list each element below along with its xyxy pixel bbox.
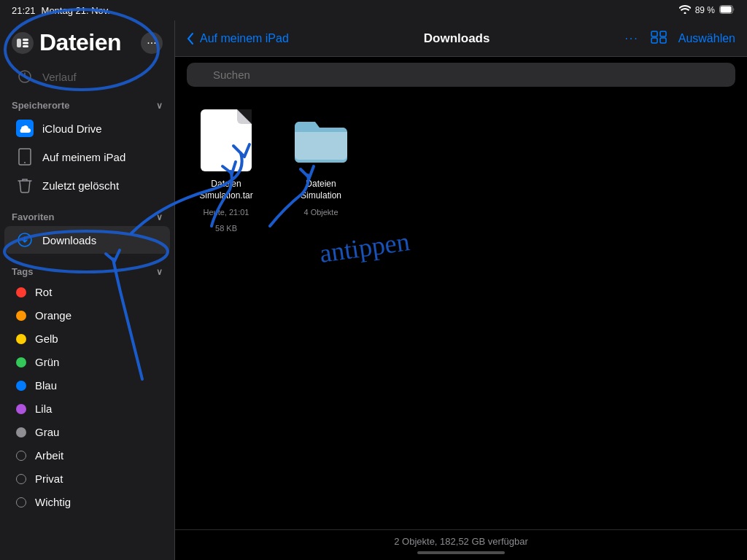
three-dots-button[interactable]: ··· [624, 32, 638, 45]
lila-label: Lila [35, 402, 52, 415]
sidebar-item-gelb[interactable]: Gelb [4, 327, 170, 350]
folder-file-name: Dateien Simulation [285, 179, 357, 201]
tar-file-meta1: Heute, 21:01 [204, 207, 249, 217]
svg-rect-1 [721, 6, 732, 12]
sidebar-item-gruen[interactable]: Grün [4, 351, 170, 373]
tar-file-meta2: 58 KB [215, 223, 237, 233]
files-grid: Dateien Simulation.tar Heute, 21:01 58 K… [190, 107, 732, 234]
clock-icon [16, 68, 34, 85]
main-content: Auf meinem iPad Downloads ··· [175, 20, 747, 560]
ipad-label: Auf meinem iPad [42, 151, 125, 163]
svg-point-8 [24, 162, 26, 163]
sidebar-item-icloud[interactable]: iCloud Drive [4, 114, 170, 142]
more-button[interactable]: ··· [141, 32, 163, 54]
sidebar-item-orange[interactable]: Orange [4, 304, 170, 327]
sidebar-item-verlauf[interactable]: Verlauf [4, 63, 170, 90]
tar-file-name: Dateien Simulation.tar [190, 179, 263, 201]
nav-title: Downloads [424, 31, 490, 45]
gelb-dot [16, 334, 26, 344]
svg-rect-12 [651, 38, 657, 43]
sidebar-item-arbeit[interactable]: Arbeit [4, 444, 170, 467]
search-bar-container: 🔍 [175, 57, 747, 93]
downloads-label: Downloads [42, 234, 96, 246]
arbeit-dot [16, 451, 26, 461]
back-button[interactable]: Auf meinem iPad [187, 32, 289, 45]
status-bar: 21:21 Montag 21. Nov. 89 % [0, 0, 747, 20]
sidebar-item-rot[interactable]: Rot [4, 281, 170, 303]
tags-section: Tags ∨ Rot Orange Gelb [0, 257, 174, 517]
sidebar-header: Dateien ··· [0, 20, 174, 62]
app-title: Dateien [39, 29, 121, 56]
wichtig-label: Wichtig [35, 496, 71, 508]
downloads-icon [16, 231, 34, 249]
sidebar-item-ipad[interactable]: Auf meinem iPad [4, 143, 170, 171]
gruen-dot [16, 357, 26, 368]
battery-icon [719, 5, 735, 16]
rot-dot [16, 287, 26, 298]
sidebar-item-wichtig[interactable]: Wichtig [4, 491, 170, 513]
favoriten-chevron: ∨ [156, 212, 163, 222]
grau-dot [16, 427, 26, 438]
privat-dot [16, 474, 26, 484]
status-date: Montag 21. Nov. [42, 5, 110, 16]
trash-icon [16, 176, 34, 194]
wifi-icon [679, 5, 691, 16]
sidebar-toggle-button[interactable] [12, 32, 34, 54]
tar-file-icon [197, 107, 255, 173]
svg-rect-11 [660, 31, 666, 36]
navigation-bar: Auf meinem iPad Downloads ··· [175, 20, 747, 57]
blau-label: Blau [35, 379, 57, 392]
favoriten-section: Favoriten ∨ Downloads [0, 203, 174, 257]
folder-file-meta1: 4 Objekte [303, 207, 338, 217]
gelb-label: Gelb [35, 332, 58, 345]
svg-rect-3 [23, 39, 28, 41]
blau-dot [16, 381, 26, 391]
speicherorte-section: Speicherorte ∨ iCloud Drive [0, 91, 174, 203]
icloud-icon [16, 120, 34, 137]
speicherorte-header: Speicherorte ∨ [0, 94, 174, 114]
svg-rect-5 [23, 45, 28, 47]
nav-actions: ··· Auswählen [624, 31, 735, 47]
sidebar-item-downloads[interactable]: Downloads [4, 226, 170, 254]
svg-rect-13 [660, 38, 666, 43]
status-time: 21:21 [12, 5, 36, 16]
lila-dot [16, 404, 26, 414]
verlauf-label: Verlauf [42, 71, 77, 83]
search-input[interactable] [187, 63, 735, 87]
home-indicator [417, 551, 505, 554]
svg-rect-2 [17, 39, 21, 47]
orange-label: Orange [35, 309, 71, 322]
folder-file-icon [292, 107, 350, 173]
battery-status: 89 % [695, 5, 715, 15]
back-label: Auf meinem iPad [200, 32, 289, 45]
view-toggle-button[interactable] [651, 31, 667, 47]
tags-chevron: ∨ [156, 267, 163, 277]
orange-dot [16, 311, 26, 321]
privat-label: Privat [35, 472, 63, 485]
arbeit-label: Arbeit [35, 449, 63, 462]
select-button[interactable]: Auswählen [678, 32, 735, 45]
sidebar-item-trash[interactable]: Zuletzt gelöscht [4, 171, 170, 199]
file-item-folder[interactable]: Dateien Simulation 4 Objekte [285, 107, 357, 234]
file-item-tar[interactable]: Dateien Simulation.tar Heute, 21:01 58 K… [190, 107, 263, 234]
svg-rect-10 [651, 31, 657, 36]
bottom-bar: 2 Objekte, 182,52 GB verfügbar [175, 529, 747, 560]
rot-label: Rot [35, 286, 52, 298]
svg-rect-4 [23, 42, 28, 44]
icloud-label: iCloud Drive [42, 122, 102, 135]
files-area: Dateien Simulation.tar Heute, 21:01 58 K… [175, 93, 747, 529]
sidebar-item-blau[interactable]: Blau [4, 374, 170, 397]
speicherorte-chevron: ∨ [156, 101, 163, 111]
grau-label: Grau [35, 426, 59, 438]
sidebar: Dateien ··· Verlauf [0, 20, 175, 560]
storage-info: 2 Objekte, 182,52 GB verfügbar [394, 536, 528, 547]
gruen-label: Grün [35, 356, 59, 368]
ipad-device-icon [16, 148, 34, 166]
trash-label: Zuletzt gelöscht [42, 179, 119, 192]
sidebar-item-lila[interactable]: Lila [4, 397, 170, 420]
sidebar-item-privat[interactable]: Privat [4, 467, 170, 490]
tags-header: Tags ∨ [0, 260, 174, 280]
favoriten-header: Favoriten ∨ [0, 206, 174, 225]
sidebar-item-grau[interactable]: Grau [4, 421, 170, 443]
wichtig-dot [16, 497, 26, 508]
